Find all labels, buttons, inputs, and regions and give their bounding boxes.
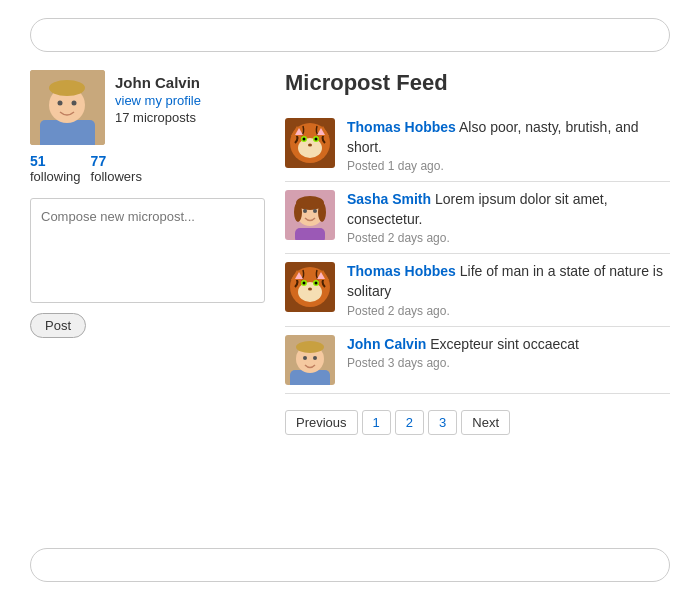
feed-time-1: Posted 2 days ago. (347, 231, 670, 245)
feed-content-3: Excepteur sint occaecat (426, 336, 579, 352)
pagination-page-3[interactable]: 3 (428, 410, 457, 435)
feed: Micropost Feed (285, 70, 670, 530)
following-count[interactable]: 51 (30, 153, 46, 169)
svg-point-31 (303, 282, 306, 285)
microposts-count: 17 microposts (115, 110, 201, 125)
feed-item: Sasha Smith Lorem ipsum dolor sit amet, … (285, 182, 670, 254)
post-button[interactable]: Post (30, 313, 86, 338)
user-details: John Calvin view my profile 17 micropost… (115, 70, 201, 125)
sidebar: John Calvin view my profile 17 micropost… (30, 70, 265, 530)
pagination-previous[interactable]: Previous (285, 410, 358, 435)
svg-point-28 (298, 282, 322, 302)
avatar (30, 70, 105, 145)
feed-author-0[interactable]: Thomas Hobbes (347, 119, 456, 135)
feed-item: Thomas Hobbes Life of man in a state of … (285, 254, 670, 326)
svg-point-21 (294, 202, 302, 222)
feed-message-3: John Calvin Excepteur sint occaecat (347, 335, 670, 355)
user-info: John Calvin view my profile 17 micropost… (30, 70, 265, 145)
svg-point-11 (303, 138, 306, 141)
pagination-page-2[interactable]: 2 (395, 410, 424, 435)
feed-author-1[interactable]: Sasha Smith (347, 191, 431, 207)
feed-title: Micropost Feed (285, 70, 670, 96)
svg-point-41 (296, 341, 324, 353)
feed-time-0: Posted 1 day ago. (347, 159, 670, 173)
svg-point-43 (313, 356, 317, 360)
view-profile-link[interactable]: view my profile (115, 93, 201, 108)
svg-point-32 (315, 282, 318, 285)
svg-point-13 (308, 144, 312, 147)
svg-point-4 (58, 101, 63, 106)
search-bar-bottom[interactable] (30, 548, 670, 582)
user-name: John Calvin (115, 74, 201, 91)
svg-rect-25 (295, 228, 325, 240)
svg-point-5 (72, 101, 77, 106)
svg-point-42 (303, 356, 307, 360)
compose-box (30, 198, 265, 303)
feed-item: John Calvin Excepteur sint occaecat Post… (285, 327, 670, 394)
following-group: 51 following (30, 153, 81, 184)
svg-rect-1 (40, 120, 95, 145)
feed-avatar-boy (285, 335, 335, 385)
svg-point-3 (49, 80, 85, 96)
followers-label: followers (91, 169, 142, 184)
svg-point-22 (318, 202, 326, 222)
following-label: following (30, 169, 81, 184)
feed-message-0: Thomas Hobbes Also poor, nasty, brutish,… (347, 118, 670, 157)
feed-message-2: Thomas Hobbes Life of man in a state of … (347, 262, 670, 301)
followers-group: 77 followers (91, 153, 142, 184)
feed-text-0: Thomas Hobbes Also poor, nasty, brutish,… (347, 118, 670, 173)
feed-text-2: Thomas Hobbes Life of man in a state of … (347, 262, 670, 317)
feed-avatar-tiger (285, 118, 335, 168)
followers-count[interactable]: 77 (91, 153, 107, 169)
main-content: John Calvin view my profile 17 micropost… (30, 70, 670, 530)
feed-text-3: John Calvin Excepteur sint occaecat Post… (347, 335, 670, 371)
pagination-next[interactable]: Next (461, 410, 510, 435)
search-bar-top[interactable] (30, 18, 670, 52)
svg-point-8 (298, 138, 322, 158)
svg-point-24 (313, 209, 317, 213)
feed-time-3: Posted 3 days ago. (347, 356, 670, 370)
feed-author-2[interactable]: Thomas Hobbes (347, 263, 456, 279)
svg-point-23 (303, 209, 307, 213)
pagination: Previous 1 2 3 Next (285, 410, 670, 435)
feed-text-1: Sasha Smith Lorem ipsum dolor sit amet, … (347, 190, 670, 245)
compose-textarea[interactable] (31, 199, 264, 299)
feed-message-1: Sasha Smith Lorem ipsum dolor sit amet, … (347, 190, 670, 229)
follow-stats: 51 following 77 followers (30, 153, 265, 184)
feed-author-3[interactable]: John Calvin (347, 336, 426, 352)
feed-item: Thomas Hobbes Also poor, nasty, brutish,… (285, 110, 670, 182)
feed-time-2: Posted 2 days ago. (347, 304, 670, 318)
svg-point-12 (315, 138, 318, 141)
svg-point-33 (308, 288, 312, 291)
feed-avatar-woman (285, 190, 335, 240)
feed-avatar-tiger2 (285, 262, 335, 312)
pagination-page-1[interactable]: 1 (362, 410, 391, 435)
